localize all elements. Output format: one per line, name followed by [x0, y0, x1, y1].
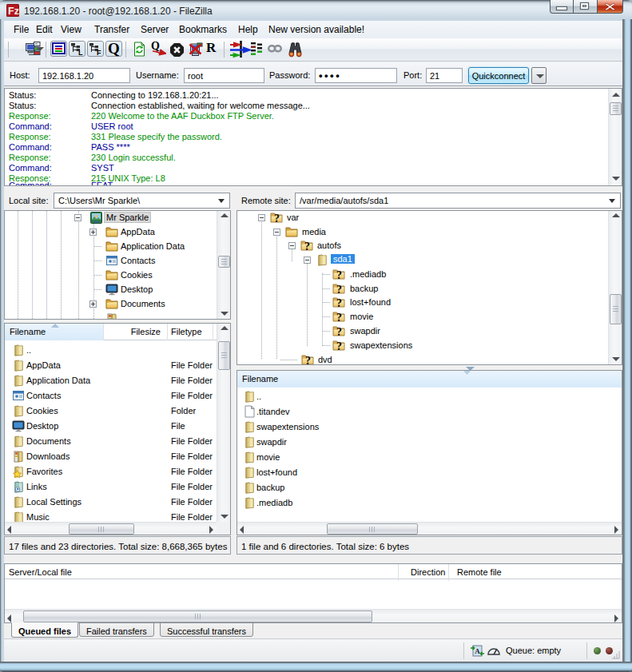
svg-text:Fz: Fz — [8, 6, 19, 17]
svg-text:A: A — [475, 647, 480, 655]
svg-text:L: L — [78, 49, 83, 57]
svg-text:F: F — [97, 49, 101, 57]
